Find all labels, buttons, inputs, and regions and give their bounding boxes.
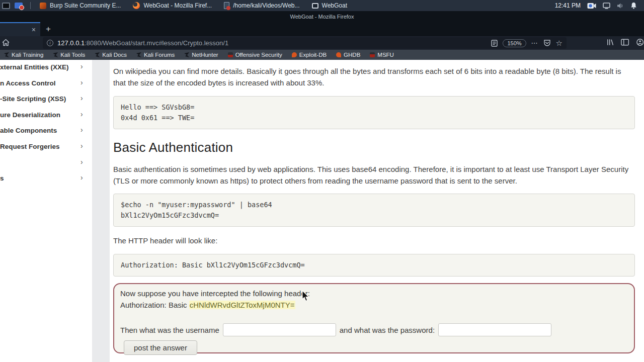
taskbar-window-label: WebGoat [322, 2, 347, 9]
navigation-toolbar: i 127.0.0.1:8080/WebGoat/start.mvc#lesso… [0, 36, 644, 50]
bookmark-kali-docs[interactable]: Kali Docs [95, 52, 127, 58]
firefox-icon [133, 2, 140, 9]
offensive-security-icon [228, 52, 233, 57]
sidebar-toggle-icon[interactable] [621, 38, 629, 46]
taskbar-window-burp[interactable]: Burp Suite Community E... [34, 0, 127, 11]
bookmark-offensive-security[interactable]: Offensive Security [228, 52, 282, 58]
speaker-icon[interactable] [617, 3, 624, 9]
chevron-right-icon: › [80, 110, 83, 118]
library-icon[interactable] [606, 38, 614, 46]
sidebar-item-xxe[interactable]: xternal Entities (XXE) › [0, 60, 92, 76]
pocket-icon[interactable] [543, 39, 551, 47]
section-heading: Basic Authentication [113, 140, 635, 155]
assignment-prompt: Now suppose you have intercepted the fol… [120, 288, 628, 300]
sidebar-item-access-control[interactable]: n Access Control › [0, 76, 92, 92]
intercepted-header: Authorization: Basic cHNldWRvdGltZToxMjM… [120, 300, 628, 311]
url-path: :8080/WebGoat/start.mvc#lesson/Crypto.le… [85, 39, 228, 47]
url-host: 127.0.0.1 [57, 39, 85, 47]
taskbar-separator [30, 2, 31, 9]
post-answer-button[interactable]: post the answer [124, 340, 197, 355]
exploit-db-icon [292, 52, 297, 57]
kali-dragon-icon [184, 52, 189, 57]
taskbar-window-label: Burp Suite Community E... [50, 2, 121, 9]
home-button[interactable] [2, 38, 10, 49]
new-tab-button[interactable]: + [42, 24, 54, 35]
kali-dragon-icon [136, 52, 141, 57]
lesson-menu-sidebar: xternal Entities (XXE) › n Access Contro… [0, 60, 92, 362]
base64-example-code: Hello ==> SGVsbG8= 0x4d 0x61 ==> TWE= [113, 96, 635, 129]
username-input[interactable] [223, 323, 336, 336]
chevron-right-icon: › [80, 158, 83, 166]
bookmark-msfu[interactable]: MSFU [370, 52, 394, 58]
chevron-right-icon: › [80, 142, 83, 150]
window-title: WebGoat - Mozilla Firefox [290, 14, 354, 20]
bookmark-kali-forums[interactable]: Kali Forums [136, 52, 175, 58]
taskbar-window-video-file[interactable]: /home/kali/Videos/Web... [218, 0, 305, 11]
sidebar-item-components[interactable]: able Components › [0, 123, 92, 139]
kali-dragon-icon [95, 52, 100, 57]
terminal-icon[interactable] [2, 3, 10, 9]
ghdb-icon [336, 52, 341, 57]
bookmark-kali-training[interactable]: Kali Training [4, 52, 43, 58]
body-paragraph: Basic authentication is sometimes used b… [113, 163, 635, 187]
active-tab[interactable]: × [0, 22, 40, 36]
chevron-right-icon: › [80, 173, 83, 182]
password-question-label: and what was the password: [340, 326, 435, 334]
intro-paragraph: On wikipedia you can find more details. … [113, 65, 635, 88]
zoom-level-badge[interactable]: 150% [503, 39, 526, 47]
webgoat-page: xternal Entities (XXE) › n Access Contro… [0, 60, 644, 362]
assignment-box: Now suppose you have intercepted the fol… [113, 283, 635, 353]
toolbar-right-icons [606, 38, 644, 46]
url-text[interactable]: 127.0.0.1:8080/WebGoat/start.mvc#lesson/… [57, 39, 491, 47]
content-gutter [92, 60, 110, 362]
sidebar-item-request-forgeries[interactable]: Request Forgeries › [0, 139, 92, 155]
username-question-label: Then what was the username [120, 326, 219, 334]
taskbar-window-label: WebGoat - Mozilla Firef... [143, 2, 212, 9]
authorization-header-code: Authorization: Basic bXl1c2VyOm15cGFzc3d… [113, 254, 635, 277]
chevron-right-icon: › [80, 126, 83, 134]
webgoat-window-icon [312, 3, 318, 9]
bookmark-ghdb[interactable]: GHDB [336, 52, 360, 58]
bookmark-exploit-db[interactable]: Exploit-DB [292, 52, 327, 58]
echo-base64-code: $echo -n "myuser:mypassword" | base64 bX… [113, 194, 635, 227]
chevron-right-icon: › [80, 78, 83, 86]
taskbar-window-firefox[interactable]: WebGoat - Mozilla Firef... [127, 0, 218, 11]
lesson-content: On wikipedia you can find more details. … [110, 60, 644, 362]
url-bar[interactable]: i 127.0.0.1:8080/WebGoat/start.mvc#lesso… [43, 37, 567, 49]
highlighted-base64-value: cHNldWRvdGltZToxMjM0NTY= [189, 301, 295, 309]
sidebar-item-7[interactable]: › [0, 155, 92, 171]
clock: 12:41 PM [555, 2, 581, 9]
reader-view-icon[interactable] [491, 40, 498, 47]
tab-close-icon[interactable]: × [27, 26, 40, 34]
bookmark-kali-tools[interactable]: Kali Tools [53, 52, 85, 58]
bookmarks-toolbar: Kali Training Kali Tools Kali Docs Kali … [0, 50, 644, 60]
page-actions-icon[interactable]: ⋯ [531, 39, 538, 47]
sidebar-item-8[interactable]: s › [0, 171, 92, 187]
kali-taskbar: Burp Suite Community E... WebGoat - Mozi… [0, 0, 644, 11]
sidebar-item-deserialization[interactable]: ure Deserialization › [0, 108, 92, 124]
tab-strip: × + [0, 22, 644, 36]
msfu-icon [370, 52, 375, 57]
chevron-right-icon: › [80, 62, 83, 70]
notification-bell-icon[interactable] [630, 2, 637, 9]
firefox-titlebar: WebGoat - Mozilla Firefox [0, 11, 644, 22]
bookmark-nethunter[interactable]: NetHunter [184, 52, 218, 58]
account-icon[interactable] [636, 38, 644, 46]
kali-dragon-icon [53, 52, 58, 57]
taskbar-window-webgoat[interactable]: WebGoat [306, 0, 353, 11]
sidebar-item-xss[interactable]: -Site Scripting (XSS) › [0, 92, 92, 108]
mouse-cursor [302, 291, 310, 302]
kali-dragon-icon [4, 52, 9, 57]
site-info-icon[interactable]: i [47, 40, 53, 46]
taskbar-window-label: /home/kali/Videos/Web... [233, 2, 299, 9]
display-icon[interactable] [603, 3, 610, 9]
header-intro-text: The HTTP header will look like: [113, 235, 635, 246]
chevron-right-icon: › [80, 94, 83, 102]
bookmark-star-icon[interactable]: ☆ [556, 39, 562, 48]
burp-suite-icon [40, 3, 46, 9]
password-input[interactable] [438, 323, 551, 336]
camera-recording-icon[interactable] [587, 3, 596, 9]
screen-recorder-icon[interactable] [15, 3, 23, 9]
video-file-icon [224, 2, 229, 9]
